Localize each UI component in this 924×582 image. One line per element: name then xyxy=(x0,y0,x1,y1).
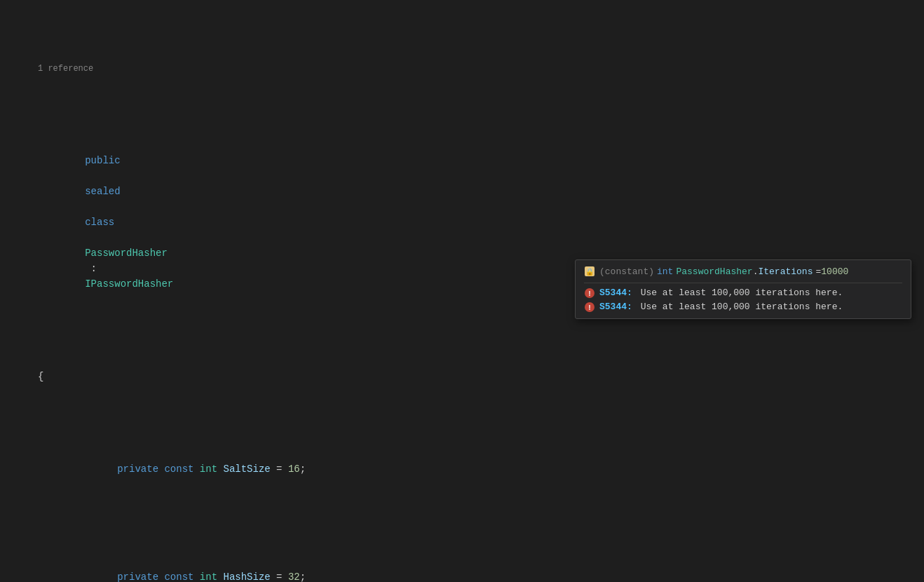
keyword: sealed xyxy=(85,186,120,197)
warning-icon-1: ! xyxy=(584,287,595,299)
tooltip-warning-2: ! S5344: Use at least 100,000 iterations… xyxy=(584,302,902,313)
tooltip-type: int xyxy=(657,266,673,277)
ref-label-1: 1 reference xyxy=(0,62,924,76)
code-line: private const int SaltSize = 16; xyxy=(0,446,924,492)
svg-text:🔒: 🔒 xyxy=(585,267,595,276)
tooltip-class: PasswordHasher xyxy=(676,266,752,277)
tooltip-divider xyxy=(584,283,902,283)
warning-text-2: Use at least 100,000 iterations here. xyxy=(641,302,843,312)
warning-icon-2: ! xyxy=(584,302,595,313)
tooltip-type-keyword: (constant) xyxy=(599,266,654,277)
tooltip-value: 10000 xyxy=(821,266,848,277)
tooltip-member: Iterations xyxy=(758,266,813,277)
tooltip-warning-1: ! S5344: Use at least 100,000 iterations… xyxy=(584,287,902,299)
tooltip-header: 🔒 (constant) int PasswordHasher.Iteratio… xyxy=(584,266,902,277)
class-name: PasswordHasher xyxy=(85,248,168,259)
svg-text:!: ! xyxy=(587,304,592,312)
code-line: { xyxy=(0,369,924,384)
code-editor: 1 reference public sealed class Password… xyxy=(0,0,924,582)
keyword: public xyxy=(85,155,120,166)
interface-name: IPasswordHasher xyxy=(85,278,173,290)
warning-label-2: S5344: xyxy=(599,302,632,312)
svg-text:!: ! xyxy=(587,290,592,298)
keyword: class xyxy=(85,217,114,228)
warning-label-1: S5344: xyxy=(599,287,632,298)
code-line: private const int HashSize = 32; xyxy=(0,554,924,582)
constant-icon: 🔒 xyxy=(584,266,595,277)
hover-tooltip: 🔒 (constant) int PasswordHasher.Iteratio… xyxy=(575,259,911,319)
line-content: { xyxy=(35,369,924,384)
line-content: private const int HashSize = 32; xyxy=(35,554,924,582)
line-content: private const int SaltSize = 16; xyxy=(35,446,924,492)
warning-text-1: Use at least 100,000 iterations here. xyxy=(641,287,843,298)
